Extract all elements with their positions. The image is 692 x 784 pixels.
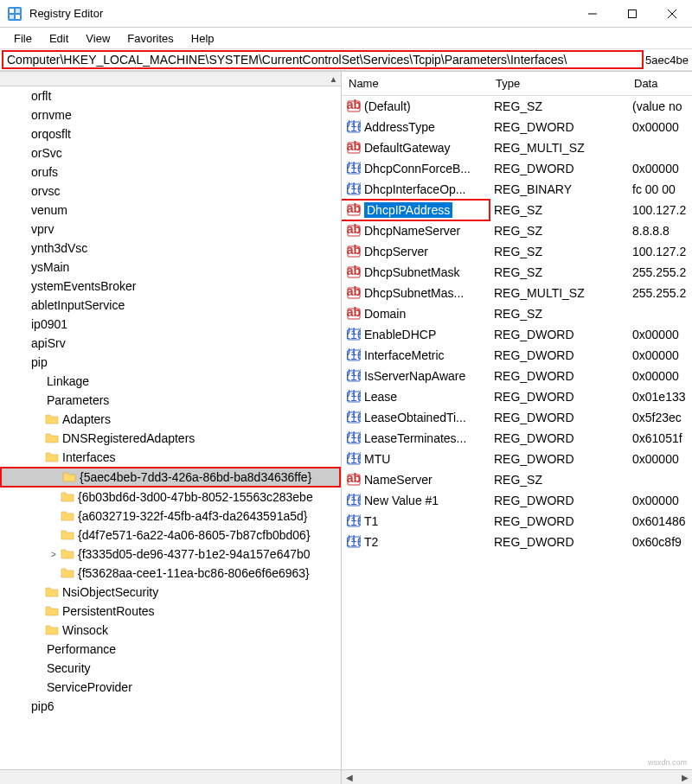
value-row[interactable]: 011110DhcpInterfaceOp...REG_BINARYfc 00 … xyxy=(342,179,692,200)
svg-rect-3 xyxy=(10,15,14,19)
tree-item[interactable]: Winsock xyxy=(0,621,341,640)
tree-item[interactable]: orqosflt xyxy=(0,124,341,143)
value-type: REG_DWORD xyxy=(489,430,627,447)
tree-item[interactable]: ServiceProvider xyxy=(0,678,341,697)
value-row[interactable]: 011110EnableDHCPREG_DWORD0x00000 xyxy=(342,324,692,345)
svg-text:110: 110 xyxy=(347,494,361,507)
tree-item[interactable]: DNSRegisteredAdapters xyxy=(0,429,341,448)
value-data xyxy=(627,478,692,481)
tree-item[interactable]: {6b03bd6d-3d00-47bb-8052-15563c283ebe xyxy=(0,488,341,507)
tree-item[interactable]: Parameters xyxy=(0,391,341,410)
col-data[interactable]: Data xyxy=(627,73,692,93)
tree-item[interactable]: orvsc xyxy=(0,182,341,201)
value-row[interactable]: 011110LeaseTerminates...REG_DWORD0x61051… xyxy=(342,428,692,449)
tree-item[interactable]: ystemEventsBroker xyxy=(0,277,341,296)
tree-label: ServiceProvider xyxy=(47,680,132,694)
tree-item[interactable]: orufs xyxy=(0,163,341,182)
menu-file[interactable]: File xyxy=(7,30,39,47)
tree[interactable]: orfltornvmeorqosfltorSvcorufsorvscvenumv… xyxy=(0,86,341,769)
menu-view[interactable]: View xyxy=(79,30,117,47)
tree-item[interactable]: NsiObjectSecurity xyxy=(0,583,341,602)
tree-item[interactable]: Interfaces xyxy=(0,448,341,467)
menu-bar: File Edit View Favorites Help xyxy=(0,28,692,48)
tree-item[interactable]: ornvme xyxy=(0,105,341,124)
minimize-button[interactable] xyxy=(573,0,612,28)
value-type: REG_MULTI_SZ xyxy=(489,284,627,302)
window-title: Registry Editor xyxy=(29,7,573,20)
value-row[interactable]: 011110T1REG_DWORD0x601486 xyxy=(342,511,692,532)
tree-item[interactable]: vprv xyxy=(0,220,341,239)
close-button[interactable] xyxy=(652,0,692,28)
value-row[interactable]: 011110MTUREG_DWORD0x00000 xyxy=(342,449,692,469)
tree-item[interactable]: venum xyxy=(0,201,341,220)
value-row[interactable]: 011110DhcpConnForceB...REG_DWORD0x00000 xyxy=(342,158,692,179)
value-row[interactable]: 011110LeaseObtainedTi...REG_DWORD0x5f23e… xyxy=(342,407,692,428)
svg-text:110: 110 xyxy=(347,514,361,528)
tree-item[interactable]: orflt xyxy=(0,86,341,105)
tree-item[interactable]: Linkage xyxy=(0,372,341,391)
svg-text:110: 110 xyxy=(347,182,361,196)
value-row[interactable]: abNameServerREG_SZ xyxy=(342,469,692,490)
tree-item[interactable]: orSvc xyxy=(0,143,341,163)
value-type: REG_DWORD xyxy=(489,388,627,405)
svg-text:ab: ab xyxy=(347,473,361,485)
value-row[interactable]: 011110InterfaceMetricREG_DWORD0x00000 xyxy=(342,345,692,366)
app-icon xyxy=(5,4,24,23)
address-input[interactable]: Computer\HKEY_LOCAL_MACHINE\SYSTEM\Curre… xyxy=(2,50,644,69)
tree-item[interactable]: Security xyxy=(0,659,341,678)
value-type: REG_DWORD xyxy=(489,367,627,385)
tree-item[interactable]: {a6032719-322f-45fb-a4f3-da2643591a5d} xyxy=(0,507,341,526)
tree-item[interactable]: {5aec4beb-7dd3-426a-86bd-ba8d34636ffe} xyxy=(0,467,341,488)
tree-item[interactable]: apiSrv xyxy=(0,334,341,353)
menu-edit[interactable]: Edit xyxy=(42,30,75,47)
svg-text:110: 110 xyxy=(347,431,361,445)
value-row[interactable]: abDomainREG_SZ xyxy=(342,303,692,324)
maximize-button[interactable] xyxy=(612,0,652,28)
tree-item[interactable]: pip6 xyxy=(0,697,341,716)
svg-text:110: 110 xyxy=(347,369,361,383)
tree-label: Performance xyxy=(47,642,116,656)
value-row[interactable]: 011110T2REG_DWORD0x60c8f9 xyxy=(342,532,692,552)
value-name: InterfaceMetric xyxy=(364,348,445,362)
list-rows[interactable]: ab(Default)REG_SZ(value no011110AddressT… xyxy=(342,96,692,769)
tree-item[interactable]: {f53628aa-cee1-11ea-bc86-806e6f6e6963} xyxy=(0,564,341,583)
tree-item[interactable]: Performance xyxy=(0,640,341,659)
value-row[interactable]: 011110New Value #1REG_DWORD0x00000 xyxy=(342,490,692,511)
tree-item[interactable]: abletInputService xyxy=(0,296,341,315)
title-bar: Registry Editor xyxy=(0,0,692,28)
value-row[interactable]: abDhcpIPAddressREG_SZ100.127.2 xyxy=(342,200,692,220)
menu-help[interactable]: Help xyxy=(184,30,221,47)
tree-item[interactable]: ip0901 xyxy=(0,315,341,334)
value-type: REG_DWORD xyxy=(489,409,627,426)
value-row[interactable]: abDhcpSubnetMas...REG_MULTI_SZ255.255.2 xyxy=(342,283,692,303)
value-row[interactable]: abDhcpSubnetMaskREG_SZ255.255.2 xyxy=(342,262,692,283)
col-type[interactable]: Type xyxy=(489,73,627,93)
tree-label: {5aec4beb-7dd3-426a-86bd-ba8d34636ffe} xyxy=(80,470,311,484)
value-row[interactable]: ab(Default)REG_SZ(value no xyxy=(342,96,692,117)
value-row[interactable]: abDhcpServerREG_SZ100.127.2 xyxy=(342,241,692,262)
value-row[interactable]: 011110IsServerNapAwareREG_DWORD0x00000 xyxy=(342,366,692,386)
tree-item[interactable]: {d4f7e571-6a22-4a06-8605-7b87cfb0bd06} xyxy=(0,526,341,545)
value-row[interactable]: 011110AddressTypeREG_DWORD0x00000 xyxy=(342,117,692,137)
address-overflow: 5aec4be xyxy=(645,54,692,67)
value-type: REG_SZ xyxy=(489,243,627,260)
tree-label: ysMain xyxy=(31,260,69,274)
tree-item[interactable]: ynth3dVsc xyxy=(0,239,341,258)
value-row[interactable]: 011110LeaseREG_DWORD0x01e133 xyxy=(342,386,692,407)
svg-text:ab: ab xyxy=(347,245,361,257)
tree-scroll-up[interactable]: ▲ xyxy=(0,72,341,86)
expand-icon[interactable]: > xyxy=(47,550,61,559)
tree-item[interactable]: PersistentRoutes xyxy=(0,602,341,621)
menu-favorites[interactable]: Favorites xyxy=(120,30,180,47)
tree-item[interactable]: ysMain xyxy=(0,258,341,277)
col-name[interactable]: Name xyxy=(342,73,489,93)
horizontal-scrollbar[interactable]: ◀▶ xyxy=(342,770,692,784)
value-row[interactable]: abDefaultGatewayREG_MULTI_SZ xyxy=(342,137,692,158)
tree-item[interactable]: pip xyxy=(0,353,341,372)
tree-label: Security xyxy=(47,661,91,675)
value-name: Lease xyxy=(364,390,397,404)
tree-item[interactable]: >{f3335d05-de96-4377-b1e2-94a157e647b0 xyxy=(0,545,341,564)
value-row[interactable]: abDhcpNameServerREG_SZ8.8.8.8 xyxy=(342,220,692,241)
value-name: EnableDHCP xyxy=(364,328,436,341)
tree-item[interactable]: Adapters xyxy=(0,410,341,429)
